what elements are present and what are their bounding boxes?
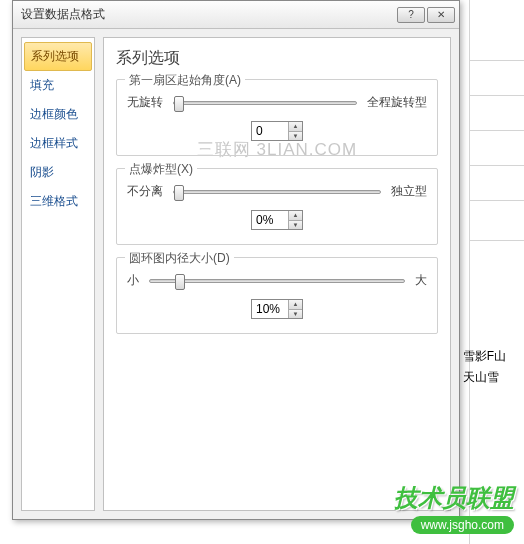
brand-url: www.jsgho.com bbox=[411, 516, 514, 534]
slider-max-label: 全程旋转型 bbox=[367, 94, 427, 111]
sidebar-item-border-style[interactable]: 边框样式 bbox=[22, 129, 94, 158]
spin-down-icon[interactable]: ▼ bbox=[288, 132, 302, 141]
group-label: 圆环图内径大小(D) bbox=[125, 250, 234, 267]
slider-max-label: 大 bbox=[415, 272, 427, 289]
spinner[interactable]: ▲▼ bbox=[288, 300, 302, 318]
dialog-body: 系列选项 填充 边框颜色 边框样式 阴影 三维格式 系列选项 三联网 3LIAN… bbox=[13, 29, 459, 519]
explosion-slider[interactable] bbox=[173, 190, 381, 194]
spin-down-icon[interactable]: ▼ bbox=[288, 310, 302, 319]
slider-thumb[interactable] bbox=[175, 274, 185, 290]
angle-slider[interactable] bbox=[173, 101, 357, 105]
group-point-explosion: 点爆炸型(X) 不分离 独立型 0% ▲▼ bbox=[116, 168, 438, 245]
sidebar: 系列选项 填充 边框颜色 边框样式 阴影 三维格式 bbox=[21, 37, 95, 511]
legend-label: 天山雪 bbox=[463, 369, 499, 386]
titlebar: 设置数据点格式 ? ✕ bbox=[13, 1, 459, 29]
slider-thumb[interactable] bbox=[174, 185, 184, 201]
brand-watermark: 技术员联盟 www.jsgho.com bbox=[394, 482, 514, 534]
group-doughnut-hole: 圆环图内径大小(D) 小 大 10% ▲▼ bbox=[116, 257, 438, 334]
group-first-slice-angle: 第一扇区起始角度(A) 无旋转 全程旋转型 0 ▲▼ bbox=[116, 79, 438, 156]
spin-up-icon[interactable]: ▲ bbox=[288, 122, 302, 132]
main-panel: 系列选项 三联网 3LIAN.COM 第一扇区起始角度(A) 无旋转 全程旋转型… bbox=[103, 37, 451, 511]
value-text: 0% bbox=[256, 213, 273, 227]
group-label: 第一扇区起始角度(A) bbox=[125, 72, 245, 89]
panel-title: 系列选项 bbox=[116, 48, 438, 69]
group-label: 点爆炸型(X) bbox=[125, 161, 197, 178]
spin-up-icon[interactable]: ▲ bbox=[288, 211, 302, 221]
slider-thumb[interactable] bbox=[174, 96, 184, 112]
slider-min-label: 无旋转 bbox=[127, 94, 163, 111]
hole-size-slider[interactable] bbox=[149, 279, 405, 283]
value-text: 0 bbox=[256, 124, 263, 138]
format-data-point-dialog: 设置数据点格式 ? ✕ 系列选项 填充 边框颜色 边框样式 阴影 三维格式 系列… bbox=[12, 0, 460, 520]
brand-name: 技术员联盟 bbox=[394, 482, 514, 514]
sidebar-item-series-options[interactable]: 系列选项 bbox=[24, 42, 92, 71]
angle-value-input[interactable]: 0 ▲▼ bbox=[251, 121, 303, 141]
hole-size-value-input[interactable]: 10% ▲▼ bbox=[251, 299, 303, 319]
explosion-value-input[interactable]: 0% ▲▼ bbox=[251, 210, 303, 230]
help-button[interactable]: ? bbox=[397, 7, 425, 23]
spin-down-icon[interactable]: ▼ bbox=[288, 221, 302, 230]
sidebar-item-shadow[interactable]: 阴影 bbox=[22, 158, 94, 187]
legend-label: 雪影F山 bbox=[463, 348, 506, 365]
spin-up-icon[interactable]: ▲ bbox=[288, 300, 302, 310]
close-button[interactable]: ✕ bbox=[427, 7, 455, 23]
sidebar-item-fill[interactable]: 填充 bbox=[22, 71, 94, 100]
sidebar-item-border-color[interactable]: 边框颜色 bbox=[22, 100, 94, 129]
slider-min-label: 不分离 bbox=[127, 183, 163, 200]
dialog-title: 设置数据点格式 bbox=[21, 6, 395, 23]
slider-min-label: 小 bbox=[127, 272, 139, 289]
spinner[interactable]: ▲▼ bbox=[288, 122, 302, 140]
slider-max-label: 独立型 bbox=[391, 183, 427, 200]
value-text: 10% bbox=[256, 302, 280, 316]
spinner[interactable]: ▲▼ bbox=[288, 211, 302, 229]
sidebar-item-3d-format[interactable]: 三维格式 bbox=[22, 187, 94, 216]
